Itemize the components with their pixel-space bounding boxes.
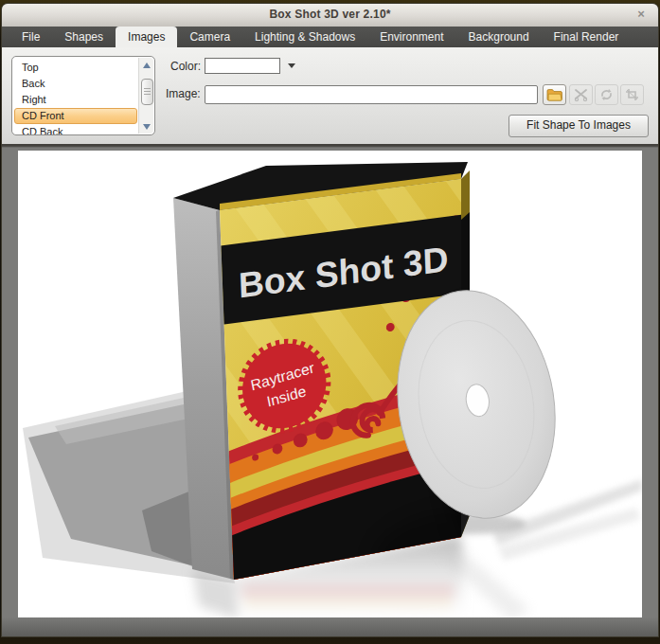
color-combobox[interactable] bbox=[205, 58, 280, 74]
fit-shape-to-images-button[interactable]: Fit Shape To Images bbox=[508, 115, 649, 137]
crop-icon bbox=[625, 88, 639, 101]
tab-lighting-shadows[interactable]: Lighting & Shadows bbox=[242, 27, 367, 47]
app-window: Box Shot 3D ver 2.10* × File Shapes Imag… bbox=[2, 4, 658, 636]
images-panel: Top Back Right CD Front CD Back Color: I… bbox=[2, 47, 658, 146]
tab-bar: File Shapes Images Camera Lighting & Sha… bbox=[2, 27, 658, 47]
scroll-down-icon[interactable] bbox=[139, 119, 153, 133]
image-label: Image: bbox=[166, 87, 201, 100]
render-area-frame: Box Shot 3D Raytracer Inside bbox=[2, 146, 658, 636]
color-label: Color: bbox=[170, 60, 201, 73]
scrollbar-thumb[interactable] bbox=[141, 79, 153, 105]
list-item-cd-front[interactable]: CD Front bbox=[14, 108, 137, 124]
color-dropdown-button[interactable] bbox=[284, 58, 299, 74]
color-swatch bbox=[207, 61, 277, 71]
list-item-back[interactable]: Back bbox=[14, 76, 137, 92]
open-image-button[interactable] bbox=[543, 84, 566, 105]
window-title: Box Shot 3D ver 2.10* bbox=[2, 8, 658, 21]
title-bar[interactable]: Box Shot 3D ver 2.10* × bbox=[2, 4, 658, 27]
refresh-image-button[interactable] bbox=[595, 84, 618, 105]
tab-shapes[interactable]: Shapes bbox=[52, 27, 116, 47]
render-canvas[interactable]: Box Shot 3D Raytracer Inside bbox=[18, 151, 642, 617]
list-item-cd-back[interactable]: CD Back bbox=[14, 124, 137, 135]
listbox-scrollbar[interactable] bbox=[138, 58, 153, 134]
tab-final-render[interactable]: Final Render bbox=[542, 27, 632, 47]
tab-camera[interactable]: Camera bbox=[177, 27, 242, 47]
image-path-input[interactable] bbox=[205, 85, 538, 104]
cut-icon bbox=[574, 88, 588, 101]
list-item-top[interactable]: Top bbox=[14, 60, 137, 76]
remove-image-button[interactable] bbox=[569, 84, 593, 105]
close-icon[interactable]: × bbox=[633, 7, 649, 22]
scroll-up-icon[interactable] bbox=[139, 59, 153, 72]
face-listbox[interactable]: Top Back Right CD Front CD Back bbox=[11, 56, 155, 135]
crop-image-button[interactable] bbox=[620, 84, 644, 105]
tab-environment[interactable]: Environment bbox=[367, 27, 455, 47]
tab-file[interactable]: File bbox=[9, 27, 52, 47]
chevron-down-icon bbox=[288, 63, 295, 68]
refresh-icon bbox=[599, 88, 614, 101]
tab-background[interactable]: Background bbox=[456, 27, 542, 47]
tab-images[interactable]: Images bbox=[116, 27, 177, 47]
box-shot-3d-scene: Box Shot 3D Raytracer Inside bbox=[18, 151, 642, 617]
list-item-right[interactable]: Right bbox=[14, 92, 137, 108]
open-folder-icon bbox=[546, 88, 562, 101]
